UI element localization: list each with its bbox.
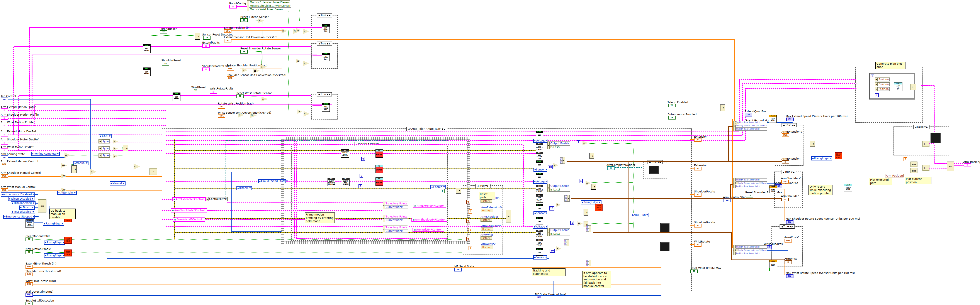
enum-homing-complete[interactable]: ◆homing complete▼ <box>31 152 60 156</box>
terminal-arm-extend-motion-profile[interactable]: ▥ <box>1 108 8 112</box>
op-24[interactable]: ⑂ <box>90 169 97 175</box>
terminal-wrist-rotate-faults[interactable]: ▥ <box>210 90 217 93</box>
array-node-8[interactable]: → <box>150 168 158 175</box>
global-arm-wrist-mp-control-read[interactable]: ◉ArmWristMPControl <box>173 218 205 221</box>
traj-bundle-wrist-row[interactable]: Trajectory Points <box>385 226 408 229</box>
terminal-arm-control-state[interactable]: ◄► <box>724 199 731 202</box>
extend-reset-case-selector[interactable]: True <box>317 13 332 17</box>
const-0[interactable]: 0 <box>360 174 363 178</box>
enum-enable[interactable]: ◆Enable▼ <box>430 185 446 189</box>
terminal-extension-out-2[interactable]: DBL <box>694 167 702 171</box>
compound-0[interactable]: ∨ <box>195 33 200 40</box>
terminal-arm-wrist-motor-devref[interactable]: ▥ <box>1 149 8 152</box>
op-9[interactable]: ⑂ <box>303 28 309 34</box>
enum-risingedge[interactable]: ◆RisingEdge▼ <box>581 200 601 204</box>
op-16[interactable]: -x <box>298 109 302 114</box>
op-23[interactable]: = <box>113 154 118 158</box>
i32-convert-1[interactable]: I32I32I32I32➔ <box>565 195 570 202</box>
wrist-reset-case-selector[interactable]: True <box>317 92 332 96</box>
global-arm-shoulder-mp-control-write[interactable]: ◉ArmShoulderMPControl <box>411 218 447 222</box>
node-emc-get-6[interactable]: E-MCGET <box>536 248 543 256</box>
terminal-shoulder-rotate-faults[interactable]: ▥ <box>202 68 210 71</box>
node-mc-get-active-traj-3[interactable]: MCGET ACTIVE TRAJ <box>536 239 543 247</box>
node-emc-set-quad-pos-1[interactable]: E-MCSET QUAD POS <box>322 24 330 33</box>
const-0[interactable]: 0 <box>466 200 470 204</box>
terminal-arm-extension[interactable]: ▤ <box>782 160 789 164</box>
array-node-5[interactable]: ▦(▦ <box>910 168 918 173</box>
op-20[interactable]: ∧ <box>261 96 268 101</box>
robot-config-unbundle-row[interactable]: Motors.Extension.InvertSensor <box>249 1 291 4</box>
node-srx-get-reset-1[interactable]: SRXGET RESET <box>143 44 151 53</box>
node-edge-detector-5[interactable]: EDGE DETE- CTOR <box>835 152 842 160</box>
control-mutex-unbundle-row[interactable]: ControlMutex <box>208 197 228 201</box>
const-0[interactable]: 0 <box>361 157 365 161</box>
const-10[interactable]: 10 <box>548 165 553 169</box>
type-unbundle-2-row[interactable]: Type <box>102 147 110 150</box>
enum-disable[interactable]: ◆Disable▼ <box>237 186 252 190</box>
compound-4[interactable]: ∧ <box>591 184 596 190</box>
wrist-plot-case-selector[interactable]: True <box>780 224 795 229</box>
wrist-pv-stack-row[interactable]: Position (Raw Sensor Units) <box>735 245 767 249</box>
enum-voltage[interactable]: ◆Voltage▼ <box>533 225 547 229</box>
traj-bundle-shoulder-row[interactable]: CurrentIndex <box>385 218 408 222</box>
profile-status-unbundle-1-row[interactable]: Is Last? <box>550 145 570 149</box>
extend-pv-stack-row[interactable]: Position (Raw Sensor Units) <box>735 127 767 131</box>
node-emc-get-5[interactable]: E-MCGET <box>536 217 543 224</box>
node-mc-get-profile-status-1[interactable]: MCGET PROFILE STATUS <box>536 143 543 151</box>
terminal-stall-detect-time[interactable]: U32 <box>25 293 33 297</box>
terminal-arm-complete-notifier[interactable]: ▤ <box>607 166 614 170</box>
node-emc-set-quad-pos-3[interactable]: E-MCSET QUAD POS <box>322 103 330 112</box>
robot-config-unbundle-row[interactable]: Motors.Wrist.InvertSensor <box>249 8 291 11</box>
prop-history-2[interactable]: History <box>480 218 492 221</box>
enum-test-disabled[interactable]: ◆Test Disabled▼ <box>11 210 35 214</box>
node-traj-bundle-extend[interactable]: ➔Trajectory PointsCurrentIndex <box>383 202 407 209</box>
record-case-selector[interactable]: False <box>913 125 929 129</box>
node-plan-position-3[interactable]: ➔Position <box>875 87 890 91</box>
terminal-extend-reset[interactable]: TF <box>160 30 167 34</box>
node-type-unbundle-2[interactable]: ➔Type <box>99 146 110 150</box>
prop-history-0[interactable]: History <box>480 199 492 203</box>
node-max-hist-mag-1[interactable]: MAXHIST MAG <box>769 115 777 123</box>
shoulder-pv-stack-row[interactable]: Position (Raw Sensor Units) <box>735 185 767 188</box>
traj-bundle-shoulder-row[interactable]: Trajectory Points <box>385 215 408 218</box>
terminal-arm-extend-motor-devref[interactable]: ▥ <box>1 133 8 136</box>
op-2[interactable]: ≠0 <box>61 174 67 178</box>
i32-convert-0[interactable]: I32I32I32I32➔ <box>560 157 565 164</box>
i32-convert-2[interactable]: I32I32I32I32➔ <box>564 239 569 246</box>
node-max-hist-mag-2[interactable]: MAXHIST MAG <box>769 185 777 193</box>
terminal-robot-config[interactable]: ▥ <box>229 5 237 8</box>
array-node-6[interactable]: ▦⇉ <box>947 161 954 171</box>
node-mc-clear-motion-profile[interactable]: MCCLEAR MOTION PROFILE <box>328 178 336 186</box>
terminal-rotate-shoulder-position[interactable]: DBL <box>227 67 234 71</box>
const-0[interactable]: 0 <box>466 219 470 223</box>
terminal-reset-wrist-rotate-sensor[interactable]: TF <box>237 95 244 98</box>
const-10[interactable]: 10 <box>549 206 554 210</box>
array-node-1[interactable]: ▦ <box>506 210 511 223</box>
terminal-new-motion-profile[interactable]: TF <box>25 250 33 254</box>
const-N[interactable]: N <box>870 74 874 78</box>
node-mc-get-active-traj-1[interactable]: MCGET ACTIVE TRAJ <box>536 152 543 160</box>
node-extend-pv-stack[interactable]: ➔Position (Raw Sensor Units)Velocity (Se… <box>733 121 767 131</box>
terminal-shoulder-rotate-out-2[interactable]: DBL <box>694 224 702 228</box>
node-driver-station-mode[interactable]: DrvrStnMODE AND STATUS <box>25 220 34 228</box>
terminal-arm-wrist-manual-control[interactable]: DBL <box>1 188 8 192</box>
global-arm-wrist-mp-control-write[interactable]: ◉ArmWristMPControl <box>412 228 444 232</box>
terminal-arm-wrist-motion-profile[interactable]: ▥ <box>1 124 8 127</box>
node-type-unbundle-1[interactable]: ➔Type <box>99 139 110 144</box>
enum-risingedge[interactable]: ◆RisingEdge▼ <box>43 221 64 226</box>
node-emc-get-3[interactable]: E-MCGET <box>536 173 543 180</box>
enum-autonomous-disabled[interactable]: ◆Autonomous Disabled▼ <box>1 193 35 197</box>
node-mc-get-active-traj-2[interactable]: MCGET ACTIVE TRAJ <box>536 194 543 203</box>
traj-bundle-extend-row[interactable]: Trajectory Points <box>385 202 408 205</box>
type-unbundle-3-row[interactable]: Type <box>102 154 110 157</box>
node-emc-set-quad-pos-2[interactable]: E-MCSET QUAD POS <box>322 53 330 62</box>
node-mp-writer-2[interactable]: MPWRITER <box>375 165 383 173</box>
global-arm-extend-mp-control-read[interactable]: ◉ArmExtendMPControl <box>172 197 206 201</box>
node-robot-config-unbundle[interactable]: ➔Motors.Extension.InvertSensorMotors.Sho… <box>247 0 290 11</box>
shoulder-pv-stack-row[interactable]: Position (Raw Sensor Units) <box>735 178 767 182</box>
terminal-mp-send-state[interactable]: ◄► <box>454 268 462 272</box>
terminal-rotate-wrist-position[interactable]: DBL <box>218 105 225 109</box>
prop-history-4[interactable]: History <box>480 236 492 240</box>
terminal-shoulder-reset[interactable]: TF <box>162 62 169 66</box>
const-0[interactable]: 0 <box>469 228 472 232</box>
